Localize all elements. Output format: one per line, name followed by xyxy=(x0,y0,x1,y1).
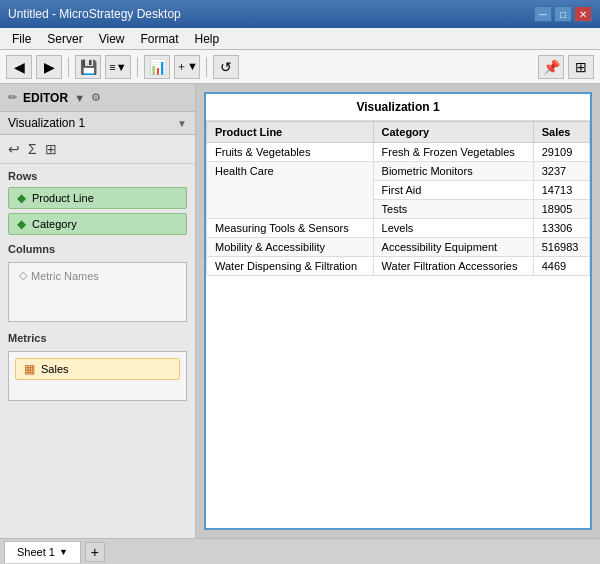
menu-file[interactable]: File xyxy=(4,30,39,48)
table-body: Fruits & Vegetables Fresh & Frozen Veget… xyxy=(207,143,590,276)
viz-arrow-icon: ▼ xyxy=(177,118,187,129)
diamond-icon-2: ◆ xyxy=(17,217,26,231)
filter-icon[interactable]: ▼ xyxy=(74,92,85,104)
table-row: Fruits & Vegetables Fresh & Frozen Veget… xyxy=(207,143,590,162)
viz-name-label: Visualization 1 xyxy=(8,116,177,130)
cell-category: Water Filtration Accessories xyxy=(373,257,533,276)
window-controls[interactable]: ─ □ ✕ xyxy=(534,6,592,22)
cell-category: Fresh & Frozen Vegetables xyxy=(373,143,533,162)
diamond-icon-1: ◆ xyxy=(17,191,26,205)
close-button[interactable]: ✕ xyxy=(574,6,592,22)
refresh-button[interactable]: ↺ xyxy=(213,55,239,79)
chart-button[interactable]: 📊 xyxy=(144,55,170,79)
metrics-area: ▦ Sales xyxy=(8,351,187,401)
category-label: Category xyxy=(32,218,77,230)
menu-view[interactable]: View xyxy=(91,30,133,48)
viz-table: Product Line Category Sales Fruits & Veg… xyxy=(206,121,590,276)
sales-label: Sales xyxy=(41,363,69,375)
cell-sales: 4469 xyxy=(533,257,589,276)
back-button[interactable]: ◀ xyxy=(6,55,32,79)
sheet-tab-label: Sheet 1 xyxy=(17,546,55,558)
toolbar-separator-3 xyxy=(206,57,207,77)
cell-sales: 18905 xyxy=(533,200,589,219)
add-sheet-button[interactable]: + xyxy=(85,542,105,562)
undo-icon[interactable]: ↩ xyxy=(8,141,20,157)
product-line-chip[interactable]: ◆ Product Line xyxy=(8,187,187,209)
table-icon: ▦ xyxy=(24,362,35,376)
table-header-row: Product Line Category Sales xyxy=(207,122,590,143)
cell-product-line: Water Dispensing & Filtration xyxy=(207,257,374,276)
settings-icon[interactable]: ⚙ xyxy=(91,91,101,104)
grid-icon[interactable]: ⊞ xyxy=(45,141,57,157)
panel-header: ✏ EDITOR ▼ ⚙ xyxy=(0,84,195,112)
rows-section-label: Rows xyxy=(0,164,195,185)
table-row: Mobility & Accessibility Accessibility E… xyxy=(207,238,590,257)
cell-product-line: Health Care xyxy=(207,162,374,219)
pin-button[interactable]: 📌 xyxy=(538,55,564,79)
cell-category: Tests xyxy=(373,200,533,219)
cell-sales: 3237 xyxy=(533,162,589,181)
sigma-icon[interactable]: Σ xyxy=(28,141,37,157)
add-button[interactable]: ＋▼ xyxy=(174,55,200,79)
sales-chip[interactable]: ▦ Sales xyxy=(15,358,180,380)
cell-category: Biometric Monitors xyxy=(373,162,533,181)
viz-title: Visualization 1 xyxy=(206,94,590,121)
cell-sales: 13306 xyxy=(533,219,589,238)
menu-help[interactable]: Help xyxy=(187,30,228,48)
cell-product-line: Fruits & Vegetables xyxy=(207,143,374,162)
columns-section-label: Columns xyxy=(0,237,195,258)
save-button[interactable]: 💾 xyxy=(75,55,101,79)
menu-server[interactable]: Server xyxy=(39,30,90,48)
toolbar: ◀ ▶ 💾 ≡▼ 📊 ＋▼ ↺ 📌 ⊞ xyxy=(0,50,600,84)
viz-selector[interactable]: Visualization 1 ▼ xyxy=(0,112,195,135)
cell-category: Levels xyxy=(373,219,533,238)
metric-names-label: Metric Names xyxy=(31,270,99,282)
cell-sales: 516983 xyxy=(533,238,589,257)
visualization-panel: Visualization 1 Product Line Category Sa… xyxy=(204,92,592,530)
layout-button[interactable]: ⊞ xyxy=(568,55,594,79)
panel-icons-row: ↩ Σ ⊞ xyxy=(0,135,195,164)
minimize-button[interactable]: ─ xyxy=(534,6,552,22)
edit-icon: ✏ xyxy=(8,91,17,104)
product-line-label: Product Line xyxy=(32,192,94,204)
cell-product-line: Measuring Tools & Sensors xyxy=(207,219,374,238)
menu-bar: File Server View Format Help xyxy=(0,28,600,50)
metric-icon: ◇ xyxy=(19,269,27,282)
cell-sales: 29109 xyxy=(533,143,589,162)
table-row: Health Care Biometric Monitors 3237 xyxy=(207,162,590,181)
main-content: ✏ EDITOR ▼ ⚙ Visualization 1 ▼ ↩ Σ ⊞ Row… xyxy=(0,84,600,538)
columns-area: ◇ Metric Names xyxy=(8,262,187,322)
window-title: Untitled - MicroStrategy Desktop xyxy=(8,7,181,21)
col-category: Category xyxy=(373,122,533,143)
sheet-bar: Sheet 1 ▼ + xyxy=(0,538,600,564)
table-row: Measuring Tools & Sensors Levels 13306 xyxy=(207,219,590,238)
cell-category: Accessibility Equipment xyxy=(373,238,533,257)
forward-button[interactable]: ▶ xyxy=(36,55,62,79)
metric-names-chip[interactable]: ◇ Metric Names xyxy=(13,267,182,284)
cell-sales: 14713 xyxy=(533,181,589,200)
menu-format[interactable]: Format xyxy=(132,30,186,48)
col-product-line: Product Line xyxy=(207,122,374,143)
options-button[interactable]: ≡▼ xyxy=(105,55,131,79)
metrics-section-label: Metrics xyxy=(0,326,195,347)
left-panel: ✏ EDITOR ▼ ⚙ Visualization 1 ▼ ↩ Σ ⊞ Row… xyxy=(0,84,196,538)
title-bar: Untitled - MicroStrategy Desktop ─ □ ✕ xyxy=(0,0,600,28)
sheet-tab-1[interactable]: Sheet 1 ▼ xyxy=(4,541,81,563)
col-sales: Sales xyxy=(533,122,589,143)
category-chip[interactable]: ◆ Category xyxy=(8,213,187,235)
table-row: Water Dispensing & Filtration Water Filt… xyxy=(207,257,590,276)
cell-product-line: Mobility & Accessibility xyxy=(207,238,374,257)
sheet-tab-arrow: ▼ xyxy=(59,547,68,557)
editor-label: EDITOR xyxy=(23,91,68,105)
cell-category: First Aid xyxy=(373,181,533,200)
toolbar-separator-2 xyxy=(137,57,138,77)
maximize-button[interactable]: □ xyxy=(554,6,572,22)
toolbar-separator-1 xyxy=(68,57,69,77)
